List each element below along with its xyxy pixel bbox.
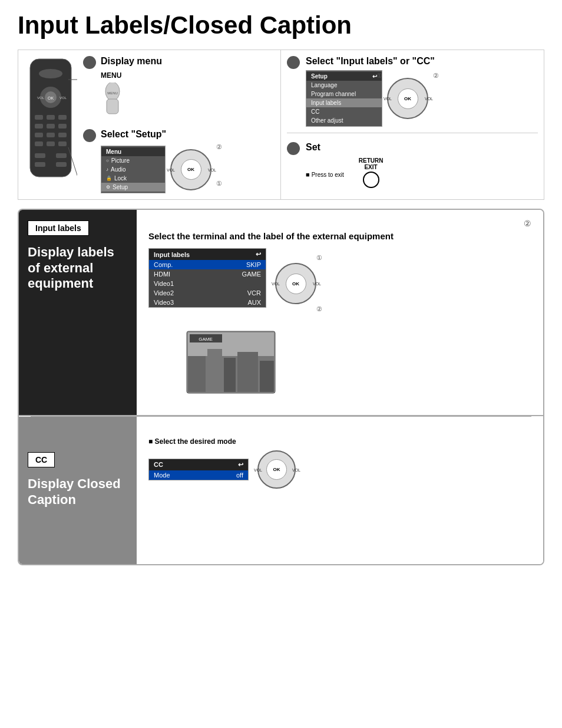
step3-content: Select "Input labels" or "CC" Setup ↩ La…	[306, 56, 538, 127]
cc-body-inner: Select the desired mode CC ↩ Mode off	[148, 437, 531, 489]
svg-rect-26	[107, 99, 118, 114]
svg-rect-12	[58, 124, 67, 129]
step1-circle	[83, 56, 96, 69]
cc-menu-header: CC ↩	[149, 459, 248, 470]
menu-item-setup: ⚙ Setup	[101, 183, 165, 192]
step2-dial-area: OK VOL VOL ② ①	[170, 149, 211, 190]
input-labels-dial-area: ① OK VOL VOL ②	[275, 254, 316, 313]
section-input-labels: Input labels Display labels of external …	[19, 210, 543, 416]
setup-menu-popup2: Setup ↩ Language Program channel Input l…	[306, 70, 382, 127]
exit-label: EXIT	[364, 164, 377, 170]
step-select-inputlabels: Select "Input labels" or "CC" Setup ↩ La…	[287, 56, 538, 133]
section-subtitle: Select the terminal and the label of the…	[148, 231, 531, 241]
input-labels-body: ② Select the terminal and the label of t…	[137, 210, 543, 415]
step3-circle	[287, 56, 300, 69]
menu-popup-header: Menu	[101, 147, 165, 156]
ann-1b: ①	[216, 180, 222, 187]
cc-controls: CC ↩ Mode off OK	[148, 450, 531, 489]
vol-right-label: VOL	[208, 167, 216, 172]
input-row-video3: Video3 AUX	[149, 298, 266, 307]
step4-circle	[287, 142, 300, 155]
input-labels-dial-inner: OK	[286, 274, 306, 294]
svg-text:GAME: GAME	[199, 337, 213, 342]
svg-rect-34	[237, 352, 258, 392]
vol-left-label2: VOL	[384, 97, 392, 101]
ann-1: ②	[216, 143, 222, 151]
svg-rect-7	[35, 115, 43, 120]
input-row-video2: Video2 VCR	[149, 288, 266, 298]
svg-rect-21	[35, 162, 45, 167]
return-circle-icon	[363, 172, 379, 188]
menu-label: MENU	[101, 71, 275, 80]
step2-annotated-dial: OK VOL VOL ② ①	[170, 149, 211, 190]
step-display-menu: Display menu MENU MENU	[83, 56, 275, 120]
left-steps-column: Display menu MENU MENU Select "Setup"	[83, 56, 275, 193]
svg-rect-31	[188, 356, 206, 392]
step1-title: Display menu	[101, 56, 162, 67]
vol-left-label3: VOL	[272, 282, 280, 286]
cc-description: Display Closed Caption	[19, 473, 137, 510]
top-instructions: OK VOL VOL	[18, 50, 544, 200]
svg-rect-11	[47, 124, 55, 129]
svg-rect-14	[47, 133, 55, 137]
input-labels-header: Input labels ↩	[149, 249, 266, 260]
cc-dial-wrapper: OK VOL VOL	[257, 450, 296, 489]
step2-circle	[83, 129, 96, 142]
step4-content: Set ■ Press to exit RETURN EXIT	[306, 142, 538, 188]
svg-rect-16	[35, 141, 43, 146]
svg-rect-35	[260, 361, 274, 392]
svg-rect-18	[58, 141, 67, 146]
tv-preview-svg: GAME	[184, 328, 278, 396]
top-left-steps: OK VOL VOL	[18, 50, 281, 199]
menu-item-picture: ○ Picture	[101, 156, 165, 165]
svg-rect-15	[58, 133, 67, 137]
cc-mode-row: Mode off	[149, 470, 248, 480]
return-label: RETURN	[359, 157, 384, 164]
step2-dial: OK VOL VOL	[170, 149, 211, 190]
setup-item-inputlabels: Input labels	[306, 98, 382, 107]
cc-dial-inner: OK	[266, 459, 287, 480]
step3-annotated-dial: OK VOL VOL ② ①	[387, 78, 428, 119]
step3-dial-inner: OK	[398, 88, 418, 109]
tv-preview-area: GAME	[184, 328, 531, 398]
return-button-area: RETURN EXIT	[359, 157, 384, 188]
setup-item-program: Program channel	[306, 90, 382, 98]
svg-text:VOL: VOL	[59, 96, 67, 100]
tv-preview-wrapper: GAME	[184, 328, 278, 398]
controls-area: Input labels ↩ Comp. SKIP HDMI GAME Vide…	[148, 248, 531, 317]
vol-left-label4: VOL	[254, 467, 262, 472]
svg-text:VOL: VOL	[37, 96, 45, 100]
menu-item-lock: 🔒 Lock	[101, 174, 165, 183]
setup-menu-popup: Menu ○ Picture ♪ Audio 🔒 Lock	[101, 146, 166, 193]
step2-dial-inner: OK	[181, 159, 201, 180]
ann-dial-1: ①	[316, 254, 322, 262]
cc-select-mode: Select the desired mode	[148, 437, 531, 446]
setup-item-cc: CC	[306, 107, 382, 116]
vol-right-label3: VOL	[313, 282, 321, 286]
cc-body: Select the desired mode CC ↩ Mode off	[137, 417, 543, 564]
input-labels-menu: Input labels ↩ Comp. SKIP HDMI GAME Vide…	[148, 248, 266, 308]
svg-rect-19	[35, 153, 45, 158]
page-title: Input Labels/Closed Caption	[18, 12, 544, 39]
cc-menu: CC ↩ Mode off	[148, 459, 249, 480]
svg-rect-33	[224, 358, 236, 392]
input-labels-sidebar: Input labels Display labels of external …	[19, 210, 137, 415]
vol-right-label4: VOL	[292, 467, 300, 472]
setup-popup-header: Setup ↩	[306, 72, 382, 81]
input-labels-badge: Input labels	[28, 220, 89, 236]
step2-title: Select "Setup"	[101, 129, 166, 140]
menu-hand-icon: MENU	[101, 83, 133, 118]
svg-point-1	[39, 69, 62, 78]
setup-item-other: Other adjust	[306, 116, 382, 125]
vol-left-label: VOL	[167, 167, 175, 172]
svg-rect-10	[35, 124, 43, 129]
step-select-setup: Select "Setup" Menu ○ Picture ♪	[83, 129, 275, 193]
step-number: ②	[148, 219, 531, 228]
ann-3-1: ②	[433, 72, 439, 80]
cc-dial: OK VOL VOL	[257, 450, 296, 489]
top-right-steps: Select "Input labels" or "CC" Setup ↩ La…	[281, 50, 544, 199]
vol-right-label2: VOL	[425, 97, 433, 101]
menu-item-audio: ♪ Audio	[101, 165, 165, 174]
svg-rect-20	[56, 153, 67, 158]
step3-dial: OK VOL VOL	[387, 78, 428, 119]
